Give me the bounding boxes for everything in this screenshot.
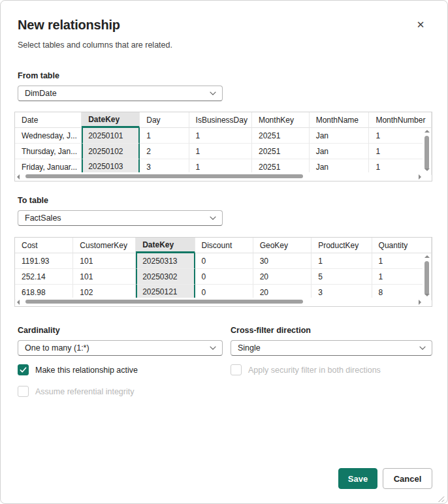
vertical-scrollbar[interactable] (423, 129, 431, 172)
checkbox-area: Make this relationship activeApply secur… (18, 364, 432, 397)
chevron-down-icon (419, 344, 426, 352)
to-cell[interactable]: 5 (312, 269, 372, 285)
to-column-header-quantity[interactable]: Quantity (372, 238, 432, 253)
from-cell[interactable]: 1 (189, 128, 252, 144)
dialog-subtitle: Select tables and columns that are relat… (18, 40, 172, 50)
to-table-label: To table (18, 196, 48, 205)
from-column-header-monthkey[interactable]: MonthKey (252, 112, 310, 128)
from-cell[interactable]: Wednesday, J... (15, 128, 82, 144)
vertical-scrollbar-thumb[interactable] (424, 136, 429, 170)
from-cell[interactable]: 20251 (252, 144, 310, 159)
save-button[interactable]: Save (338, 468, 377, 489)
to-column-header-geokey[interactable]: GeoKey (253, 238, 312, 253)
horizontal-scrollbar[interactable] (16, 172, 431, 180)
to-cell[interactable]: 101 (73, 269, 136, 285)
from-column-header-date[interactable]: Date (15, 112, 82, 128)
cardinality-label: Cardinality (18, 326, 60, 335)
to-cell[interactable]: 252.14 (15, 269, 73, 285)
checkbox-unchecked-icon (18, 386, 29, 397)
from-table-label: From table (18, 71, 59, 80)
chevron-down-icon (209, 89, 217, 97)
from-cell[interactable]: Jan (310, 128, 370, 144)
scroll-down-icon[interactable] (424, 294, 430, 296)
to-cell[interactable]: 20250302 (136, 269, 195, 285)
new-relationship-dialog: New relationship ✕ Select tables and col… (0, 0, 448, 504)
from-cell[interactable]: 2 (140, 144, 189, 159)
from-table-preview-grid: DateDateKeyDayIsBusinessDayMonthKeyMonth… (14, 112, 432, 181)
checkbox-unchecked-icon (231, 364, 242, 375)
to-cell[interactable]: 20250313 (136, 253, 195, 269)
from-column-header-day[interactable]: Day (140, 112, 189, 128)
from-table-row: Wednesday, J...202501011120251Jan1 (15, 128, 432, 144)
to-column-header-productkey[interactable]: ProductKey (312, 238, 372, 253)
from-column-header-monthname[interactable]: MonthName (310, 112, 370, 128)
from-column-header-isbusinessday[interactable]: IsBusinessDay (189, 112, 252, 128)
from-table-dropdown-value: DimDate (25, 89, 57, 98)
from-cell[interactable]: 20250101 (82, 128, 140, 144)
to-column-header-cost[interactable]: Cost (15, 238, 73, 253)
to-table-row: 252.141012025030202051 (15, 269, 432, 285)
from-cell[interactable]: 20250102 (82, 144, 140, 159)
to-table-dropdown-value: FactSales (25, 213, 61, 223)
chevron-down-icon (209, 344, 217, 352)
vertical-scrollbar-thumb[interactable] (424, 261, 429, 295)
checkbox-make-relationship-active[interactable]: Make this relationship active (18, 364, 231, 375)
horizontal-scrollbar-thumb[interactable] (25, 174, 303, 178)
cardinality-dropdown[interactable]: One to many (1:*) (18, 340, 223, 356)
horizontal-scrollbar-thumb[interactable] (25, 300, 303, 304)
scroll-down-icon[interactable] (424, 168, 430, 171)
to-cell[interactable]: 1191.93 (15, 253, 73, 269)
to-cell[interactable]: 0 (195, 269, 253, 285)
cross-filter-dropdown-value: Single (238, 343, 261, 353)
to-cell[interactable]: 101 (73, 253, 136, 269)
to-column-header-discount[interactable]: Discount (195, 238, 253, 253)
dialog-title: New relationship (18, 18, 120, 33)
vertical-scrollbar[interactable] (423, 254, 431, 298)
horizontal-scrollbar[interactable] (16, 298, 431, 306)
from-table-row: Thursday, Jan...202501022120251Jan1 (15, 144, 432, 159)
cardinality-dropdown-value: One to many (1:*) (25, 343, 89, 353)
scroll-up-icon[interactable] (424, 130, 430, 133)
to-table-data: CostCustomerKeyDateKeyDiscountGeoKeyProd… (15, 238, 432, 300)
to-column-header-datekey[interactable]: DateKey (136, 238, 195, 253)
from-cell[interactable]: 1 (189, 144, 252, 159)
from-cell[interactable]: 1 (140, 128, 189, 144)
from-cell[interactable]: 20251 (252, 128, 310, 144)
checkbox-assume-referential-integrity: Assume referential integrity (18, 386, 231, 397)
scroll-right-icon[interactable] (419, 300, 421, 305)
from-table-dropdown[interactable]: DimDate (18, 86, 223, 101)
from-cell[interactable]: Thursday, Jan... (15, 144, 82, 159)
cross-filter-label: Cross-filter direction (231, 326, 311, 335)
from-cell[interactable]: Jan (310, 144, 370, 159)
to-table-row: 1191.931012025031303011 (15, 253, 432, 269)
checkbox-label: Assume referential integrity (35, 387, 134, 396)
to-table-preview-grid: CostCustomerKeyDateKeyDiscountGeoKeyProd… (14, 237, 432, 307)
from-column-header-datekey[interactable]: DateKey (82, 112, 140, 128)
close-icon[interactable]: ✕ (413, 18, 428, 32)
checkbox-checked-icon[interactable] (18, 364, 29, 375)
checkbox-apply-security-filter: Apply security filter in both directions (231, 364, 432, 375)
to-table-dropdown[interactable]: FactSales (18, 210, 223, 226)
cancel-button[interactable]: Cancel (383, 468, 432, 489)
from-table-data: DateDateKeyDayIsBusinessDayMonthKeyMonth… (15, 112, 432, 175)
from-column-header-monthnumber[interactable]: MonthNumber (369, 112, 432, 128)
cross-filter-dropdown[interactable]: Single (231, 340, 432, 356)
scroll-left-icon[interactable] (17, 300, 20, 305)
scroll-up-icon[interactable] (424, 255, 430, 258)
to-cell[interactable]: 20 (253, 269, 312, 285)
to-cell[interactable]: 30 (253, 253, 312, 269)
resize-handle-icon[interactable] (438, 494, 445, 501)
to-column-header-customerkey[interactable]: CustomerKey (73, 238, 136, 253)
checkbox-label: Make this relationship active (35, 366, 138, 375)
checkbox-label: Apply security filter in both directions (248, 366, 381, 375)
to-cell[interactable]: 1 (312, 253, 372, 269)
scroll-left-icon[interactable] (17, 174, 20, 180)
to-cell[interactable]: 0 (195, 253, 253, 269)
scroll-right-icon[interactable] (419, 174, 421, 180)
chevron-down-icon (209, 214, 217, 222)
